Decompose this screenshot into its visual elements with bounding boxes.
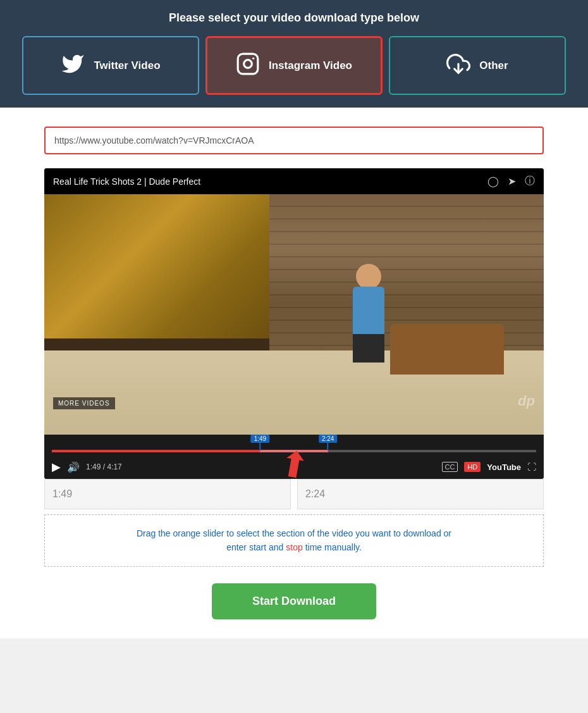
- person-head: [356, 264, 381, 289]
- twitter-video-button[interactable]: Twitter Video: [22, 36, 199, 95]
- controls-left: ▶ 🔊 1:49 / 4:17: [52, 460, 436, 474]
- url-input-wrapper: [44, 127, 544, 154]
- arrow-indicator: ⬆: [279, 447, 309, 483]
- couch: [390, 324, 504, 375]
- type-button-group: Twitter Video Instagram Video: [13, 36, 575, 95]
- volume-button[interactable]: 🔊: [67, 461, 80, 473]
- controls-right: CC HD YouTube ⛶: [442, 462, 536, 472]
- download-cloud-icon: [446, 52, 470, 79]
- cc-button[interactable]: CC: [442, 462, 458, 472]
- progress-played: [52, 450, 260, 452]
- end-time-marker[interactable]: 2:24: [319, 435, 337, 450]
- fullscreen-button[interactable]: ⛶: [527, 462, 536, 472]
- hd-badge[interactable]: HD: [464, 462, 481, 472]
- person-body: [353, 287, 384, 337]
- instruction-text: Drag the orange slider to select the sec…: [58, 526, 530, 555]
- info-icon[interactable]: ⓘ: [525, 175, 535, 188]
- play-button[interactable]: ▶: [52, 460, 61, 474]
- instagram-icon: [236, 52, 260, 79]
- person-silhouette: [343, 261, 394, 363]
- instruction-text-part2: enter start and: [226, 542, 286, 552]
- page-title: Please select your video download type b…: [13, 11, 575, 25]
- instruction-text-part1: Drag the orange slider to select the sec…: [137, 528, 451, 538]
- more-videos-label: MORE VIDEOS: [53, 397, 115, 409]
- main-content: Real Life Trick Shots 2 | Dude Perfect ◯…: [0, 108, 588, 638]
- start-marker-line: [259, 443, 260, 450]
- instruction-stop-word: stop: [286, 542, 302, 552]
- instruction-box: Drag the orange slider to select the sec…: [44, 514, 544, 567]
- video-titlebar: Real Life Trick Shots 2 | Dude Perfect ◯…: [44, 168, 544, 194]
- red-arrow-icon: ⬆: [276, 445, 312, 485]
- clock-icon: ◯: [487, 175, 499, 187]
- video-title-icons: ◯ ➤ ⓘ: [487, 175, 535, 188]
- other-button-label: Other: [479, 59, 508, 72]
- twitter-button-label: Twitter Video: [94, 59, 160, 72]
- video-scene: MORE VIDEOS dp: [44, 194, 544, 435]
- instagram-button-label: Instagram Video: [269, 59, 352, 72]
- time-display: 1:49 / 4:17: [86, 462, 122, 471]
- current-time: 1:49: [86, 462, 101, 471]
- person-legs: [353, 334, 384, 363]
- video-title: Real Life Trick Shots 2 | Dude Perfect: [53, 177, 200, 187]
- instagram-video-button[interactable]: Instagram Video: [205, 36, 383, 95]
- svg-point-2: [252, 58, 254, 59]
- start-marker-label: 1:49: [251, 435, 269, 443]
- other-button[interactable]: Other: [389, 36, 566, 95]
- twitter-icon: [61, 52, 85, 79]
- end-time-input[interactable]: [297, 479, 544, 509]
- end-marker-line: [328, 443, 329, 450]
- video-player: Real Life Trick Shots 2 | Dude Perfect ◯…: [44, 168, 544, 479]
- end-marker-label: 2:24: [319, 435, 337, 443]
- start-time-input[interactable]: [44, 479, 291, 509]
- svg-point-1: [244, 60, 252, 68]
- wood-panel: [44, 194, 269, 338]
- youtube-logo: YouTube: [487, 462, 521, 472]
- trim-row: ⬆: [44, 479, 544, 509]
- total-duration: 4:17: [107, 462, 121, 471]
- header-section: Please select your video download type b…: [0, 0, 588, 108]
- share-icon[interactable]: ➤: [508, 175, 516, 187]
- instruction-text-part3: time manually.: [303, 542, 362, 552]
- video-watermark: dp: [518, 393, 535, 409]
- url-input[interactable]: [44, 127, 544, 154]
- start-download-button[interactable]: Start Download: [212, 583, 376, 619]
- start-time-marker[interactable]: 1:49: [251, 435, 269, 450]
- svg-rect-0: [238, 54, 258, 74]
